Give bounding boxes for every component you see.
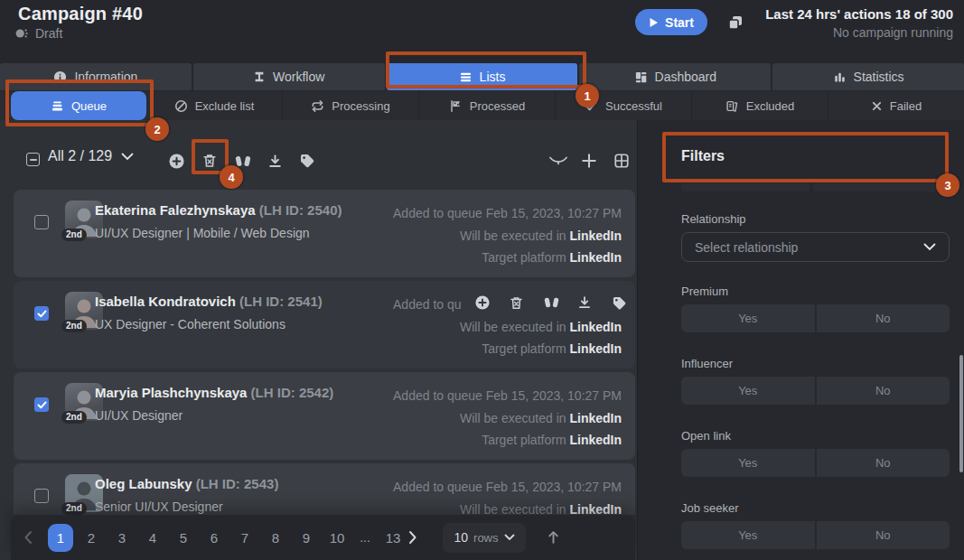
campaign-header: Campaign #40 Draft Start Last 24 hrs' ac… [0,0,964,63]
tab-label: Information [74,70,137,84]
list-item[interactable]: 2nd Ekaterina Falezhynskaya (LH ID: 2540… [14,190,635,277]
relationship-select[interactable]: Select relationship [681,232,950,262]
list-item[interactable]: 2nd Oleg Labunsky (LH ID: 2543) Senior U… [14,463,635,515]
copy-campaign-icon[interactable] [726,12,748,33]
executed-in-platform: LinkedIn [569,502,622,516]
row-meta: Added to queue Feb 15, 2023, 10:27 PM Wi… [393,385,622,452]
premium-no-button[interactable]: No [817,304,950,332]
add-to-queue-icon[interactable] [168,152,186,170]
contact-name-line: Ekaterina Falezhynskaya (LH ID: 2540) [95,202,342,218]
pagination-bar: 1 2 3 4 5 6 7 8 9 10 ... 13 10 rows [11,515,635,560]
row-checkbox[interactable] [34,215,49,229]
subtab-label: Processing [332,99,389,113]
subtab-failed[interactable]: Failed [828,91,964,120]
page-button-4[interactable]: 4 [141,530,164,546]
download-icon[interactable] [577,294,594,311]
subtab-excluded[interactable]: Excluded [692,91,828,120]
chevron-down-icon [121,153,134,161]
start-button[interactable]: Start [635,9,707,35]
row-checkbox[interactable] [34,306,49,321]
panel-scrollbar[interactable] [959,355,963,472]
added-to-queue: Added to queue Feb 15, 2023, 10:27 PM [393,202,622,225]
next-page-icon[interactable] [408,527,430,548]
delete-icon[interactable] [509,294,525,311]
actions-summary: Last 24 hrs' actions 18 of 300 [765,6,953,22]
executed-in-platform: LinkedIn [569,411,622,425]
tab-workflow[interactable]: Workflow [193,63,385,90]
subtab-processed[interactable]: Processed [419,91,556,120]
influencer-yes-button[interactable]: Yes [681,377,815,405]
contact-lh-id: (LH ID: 2540) [259,202,342,218]
tab-lists[interactable]: Lists [387,63,578,90]
page-button-9[interactable]: 9 [295,530,318,546]
executed-in-prefix: Will be executed in [460,229,569,243]
exclude-icon [174,99,188,113]
select-all-checkbox[interactable] [26,153,40,166]
page-button-2[interactable]: 2 [80,530,103,546]
queue-icon [51,99,64,113]
download-icon[interactable] [267,152,285,170]
connection-degree-badge: 2nd [61,411,87,424]
open-link-label: Open link [681,429,950,443]
subtab-queue[interactable]: Queue [11,91,146,120]
subtab-successful[interactable]: Successful [556,91,692,120]
prev-page-icon[interactable] [23,527,45,548]
delete-icon[interactable] [201,152,220,170]
tag-icon[interactable] [612,294,628,311]
executed-in-prefix: Will be executed in [460,320,569,334]
added-to-queue: Added to queue Feb 15, 2023, 10:27 PM [393,385,622,407]
find-profiles-icon[interactable] [543,294,559,311]
target-platform-prefix: Target platform [482,250,569,265]
scroll-to-top-icon[interactable] [546,527,567,548]
open-link-yes-button[interactable]: Yes [681,449,815,477]
page-title: Campaign #40 [18,4,143,24]
subtab-processing[interactable]: Processing [283,91,419,120]
page-button-3[interactable]: 3 [110,530,134,546]
page-button-6[interactable]: 6 [202,530,226,546]
start-button-label: Start [665,15,694,30]
partial-filter-control [681,183,810,191]
relationship-placeholder: Select relationship [695,240,798,255]
job-seeker-yes-button[interactable]: Yes [681,521,815,549]
page-button-10[interactable]: 10 [325,530,349,546]
target-platform-value: LinkedIn [569,433,622,447]
page-button-1[interactable]: 1 [48,524,73,552]
page-button-7[interactable]: 7 [233,530,257,546]
target-platform-prefix: Target platform [482,433,569,447]
flag-icon [449,99,463,113]
find-profiles-icon[interactable] [234,152,252,170]
page-button-5[interactable]: 5 [172,530,195,546]
contact-title: UI/UX Designer [95,408,183,423]
add-column-icon[interactable] [581,152,599,170]
subtab-exclude-list[interactable]: Exclude list [146,91,283,120]
influencer-label: Influencer [681,357,950,370]
row-action-bar [462,286,628,319]
job-seeker-label: Job seeker [681,501,950,515]
rows-per-page-select[interactable]: 10 rows [443,523,526,553]
tab-statistics[interactable]: Statistics [772,63,964,90]
contact-name: Oleg Labunsky [95,476,192,491]
row-checkbox[interactable] [34,397,49,412]
tag-icon[interactable] [299,152,317,170]
list-item[interactable]: 2nd Maryia Plashchynskaya (LH ID: 2542) … [14,372,635,460]
tab-label: Lists [480,70,506,84]
page-button-13[interactable]: 13 [381,530,405,546]
influencer-no-button[interactable]: No [817,377,950,405]
add-to-queue-icon[interactable] [474,294,491,311]
wings-icon[interactable] [548,152,566,170]
page-button-8[interactable]: 8 [264,530,287,546]
table-view-icon[interactable] [613,152,632,170]
premium-yes-button[interactable]: Yes [681,304,815,332]
statistics-icon [833,70,847,84]
contact-name-line: Maryia Plashchynskaya (LH ID: 2542) [95,385,333,400]
tab-information[interactable]: Information [0,63,192,90]
selection-scope-dropdown[interactable]: All 2 / 129 [48,148,134,164]
open-link-no-button[interactable]: No [817,449,950,477]
target-platform-value: LinkedIn [569,250,622,265]
list-item[interactable]: 2nd Isabella Kondratovich (LH ID: 2541) … [14,281,635,369]
tab-dashboard[interactable]: Dashboard [579,63,771,90]
queue-list: 2nd Ekaterina Falezhynskaya (LH ID: 2540… [0,190,637,515]
row-checkbox[interactable] [34,489,49,503]
job-seeker-no-button[interactable]: No [817,521,950,549]
excluded-cards-icon [725,99,739,113]
